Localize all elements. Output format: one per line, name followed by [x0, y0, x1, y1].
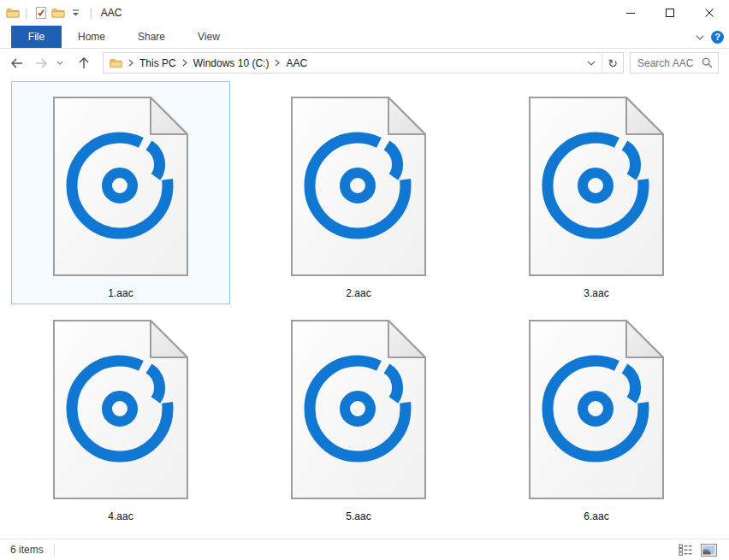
file-name: 3.aac: [584, 287, 608, 299]
refresh-button[interactable]: ↻: [602, 53, 623, 73]
details-view-button[interactable]: [677, 542, 694, 557]
back-arrow-icon: [10, 57, 24, 69]
window-title: AAC: [101, 7, 122, 19]
recent-locations-button[interactable]: [53, 52, 67, 74]
close-button[interactable]: [690, 0, 729, 26]
file-tile-5aac[interactable]: 5.aac: [249, 304, 468, 528]
details-view-icon: [679, 544, 692, 556]
file-tile-2aac[interactable]: 2.aac: [249, 81, 468, 304]
items-count: 6 items: [10, 544, 44, 556]
file-name: 5.aac: [346, 510, 370, 522]
chevron-right-icon: [128, 59, 133, 67]
minimize-icon: [626, 9, 635, 17]
file-tile-1aac[interactable]: 1.aac: [11, 81, 230, 304]
address-bar: This PC Windows 10 (C:) AAC ↻: [0, 50, 729, 76]
large-thumbnails-view-icon: [701, 544, 717, 557]
aac-file-icon: [53, 97, 188, 276]
search-box[interactable]: [630, 52, 719, 74]
tab-home[interactable]: Home: [62, 26, 122, 48]
forward-button[interactable]: [29, 52, 53, 74]
folder-icon: [110, 56, 122, 69]
address-dropdown-button[interactable]: [581, 53, 602, 73]
file-tile-4aac[interactable]: 4.aac: [11, 304, 230, 528]
titlebar: | | AAC: [0, 0, 729, 26]
new-folder-icon[interactable]: [50, 3, 67, 22]
status-bar: 6 items: [0, 539, 729, 560]
breadcrumb-current-folder[interactable]: AAC: [286, 57, 307, 69]
chevron-down-icon: [587, 61, 596, 66]
breadcrumb-this-pc[interactable]: This PC: [139, 57, 176, 69]
aac-file-icon: [529, 97, 664, 276]
divider: |: [25, 0, 27, 26]
tab-share[interactable]: Share: [122, 26, 181, 48]
help-icon: ?: [714, 32, 720, 42]
file-name: 1.aac: [108, 287, 133, 299]
file-grid: 1.aac 2.aac 3.aac 4.aac 5.aac 6.aac: [11, 81, 729, 528]
divider: |: [89, 0, 92, 26]
file-name: 2.aac: [346, 287, 370, 299]
search-icon[interactable]: [702, 57, 713, 68]
maximize-icon: [666, 9, 674, 17]
minimize-button[interactable]: [611, 0, 650, 26]
breadcrumb-drive[interactable]: Windows 10 (C:): [193, 57, 270, 69]
aac-file-icon: [291, 320, 426, 499]
file-name: 6.aac: [584, 510, 608, 522]
folder-icon: [6, 6, 20, 20]
search-input[interactable]: [631, 57, 702, 69]
aac-file-icon: [529, 320, 664, 499]
chevron-down-icon: [56, 61, 63, 65]
file-name: 4.aac: [108, 510, 133, 522]
tab-file[interactable]: File: [11, 26, 62, 48]
expand-ribbon-button[interactable]: [689, 27, 711, 49]
close-icon: [705, 9, 714, 17]
address-box[interactable]: This PC Windows 10 (C:) AAC ↻: [103, 52, 624, 74]
explorer-window: | | AAC: [0, 0, 729, 560]
file-tile-6aac[interactable]: 6.aac: [487, 304, 706, 528]
up-button[interactable]: [72, 52, 96, 74]
tab-view[interactable]: View: [181, 26, 236, 48]
forward-arrow-icon: [34, 57, 48, 69]
refresh-icon: ↻: [608, 56, 618, 70]
ribbon-tabs: File Home Share View ?: [0, 26, 729, 49]
back-button[interactable]: [5, 52, 29, 74]
properties-check-icon[interactable]: [33, 3, 50, 22]
customize-qat-chevron-down-icon[interactable]: [67, 3, 84, 22]
chevron-right-icon: [275, 59, 280, 67]
maximize-button[interactable]: [650, 0, 690, 26]
chevron-down-icon: [696, 35, 704, 40]
up-arrow-icon: [78, 56, 90, 69]
chevron-right-icon: [182, 59, 187, 67]
window-controls: [611, 0, 729, 26]
file-list-area[interactable]: 1.aac 2.aac 3.aac 4.aac 5.aac 6.aac: [0, 76, 729, 539]
file-tile-3aac[interactable]: 3.aac: [487, 81, 706, 304]
large-thumbnails-view-button[interactable]: [700, 542, 717, 557]
divider: [54, 544, 55, 556]
aac-file-icon: [291, 97, 426, 276]
help-button[interactable]: ?: [711, 31, 724, 44]
aac-file-icon: [53, 320, 188, 499]
